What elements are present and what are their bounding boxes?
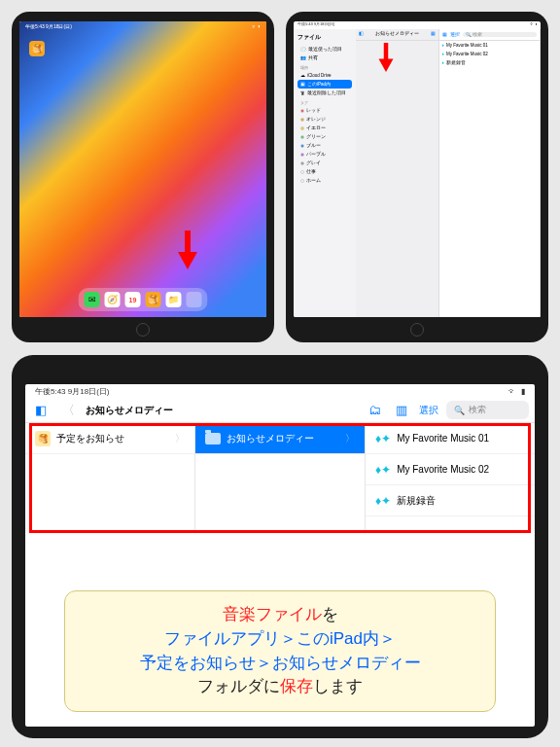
ipad-large-frame: 午後5:43 9月18日(日) ᯤ▮ ◧ 〈 お知らせメロディー 🗂 ▥ 選択 … xyxy=(12,355,548,738)
ipad-files-frame: 午後5:43 9月18日(日)ᯤ ▮ ファイル 🕘最近使った項目 👥共有 場所 … xyxy=(286,12,548,342)
dock-extra[interactable] xyxy=(187,292,202,307)
ipad-homescreen-frame: 午後5:43 9月18日(日) ᯤ ▮ 🥞 ✉︎ 🧭 19 🥞 📁 xyxy=(12,12,274,342)
view-mode-icon[interactable]: ▥ xyxy=(392,403,411,417)
tag-item[interactable]: ホーム xyxy=(298,176,352,185)
app-pancake[interactable]: 🥞 xyxy=(29,41,45,56)
sidebar-on-ipad[interactable]: ▣このiPad内 xyxy=(298,80,352,89)
dock-files[interactable]: 📁 xyxy=(166,292,182,307)
sidebar-shared[interactable]: 👥共有 xyxy=(298,53,352,62)
back-icon[interactable]: 〈 xyxy=(58,402,78,419)
dock: ✉︎ 🧭 19 🥞 📁 xyxy=(79,288,208,311)
status-time: 午後5:43 9月18日(日) xyxy=(35,386,109,397)
tag-item[interactable]: グレイ xyxy=(298,159,352,167)
sidebar-toggle-icon[interactable]: ◧ xyxy=(31,403,51,417)
tag-item[interactable]: 仕事 xyxy=(298,167,352,176)
tag-item[interactable]: ブルー xyxy=(298,141,352,150)
highlight-box xyxy=(29,423,531,533)
status-bar: 午後5:43 9月18日(日)ᯤ ▮ xyxy=(294,21,541,29)
dock-calendar[interactable]: 19 xyxy=(125,292,141,307)
files-sidebar: ファイル 🕘最近使った項目 👥共有 場所 ☁︎iCloud Drive ▣このi… xyxy=(294,29,356,317)
red-arrow-down-icon xyxy=(378,43,394,72)
column-files: ▦選択🔍 検索 ♦My Favorite Music 01♦My Favorit… xyxy=(439,29,541,317)
ipad-large-screen: 午後5:43 9月18日(日) ᯤ▮ ◧ 〈 お知らせメロディー 🗂 ▥ 選択 … xyxy=(25,384,535,727)
sidebar-icloud[interactable]: ☁︎iCloud Drive xyxy=(298,71,352,80)
file-item[interactable]: ♦My Favorite Music 02 xyxy=(439,50,540,58)
tag-item[interactable]: パープル xyxy=(298,150,352,159)
homescreen-wallpaper: 午後5:43 9月18日(日) ᯤ ▮ 🥞 ✉︎ 🧭 19 🥞 📁 xyxy=(19,21,266,317)
status-bar: 午後5:43 9月18日(日) ᯤ ▮ xyxy=(19,23,266,29)
callout-line-3: 予定をお知らせ＞お知らせメロディー xyxy=(73,652,487,676)
status-right: ᯤ▮ xyxy=(508,387,525,396)
column-folders: ◧お知らせメロディー▦ xyxy=(356,29,439,317)
search-placeholder: 検索 xyxy=(469,404,486,416)
wifi-icon: ᯤ xyxy=(508,387,516,396)
sidebar-title: ファイル xyxy=(298,33,352,42)
callout-line-4: フォルダに保存します xyxy=(73,675,487,699)
toolbar: ◧ 〈 お知らせメロディー 🗂 ▥ 選択 🔍検索 xyxy=(25,398,535,423)
dock-safari[interactable]: 🧭 xyxy=(105,292,121,307)
sidebar-recent[interactable]: 🕘最近使った項目 xyxy=(298,45,352,53)
ipad-files-screen: 午後5:43 9月18日(日)ᯤ ▮ ファイル 🕘最近使った項目 👥共有 場所 … xyxy=(294,21,541,317)
file-item[interactable]: ♦新規録音 xyxy=(439,58,540,67)
battery-icon: ▮ xyxy=(521,387,525,396)
home-button-icon[interactable] xyxy=(136,323,150,337)
tag-item[interactable]: オレンジ xyxy=(298,115,352,124)
footer-count: 1項目 xyxy=(439,310,541,315)
breadcrumb-title: お知らせメロディー xyxy=(86,404,173,417)
status-bar: 午後5:43 9月18日(日) ᯤ▮ xyxy=(25,384,535,398)
search-input[interactable]: 🔍検索 xyxy=(446,401,529,419)
tags-header: タグ xyxy=(298,100,352,105)
select-button[interactable]: 選択 xyxy=(419,404,438,417)
tag-item[interactable]: イエロー xyxy=(298,124,352,132)
dock-messages[interactable]: ✉︎ xyxy=(85,292,100,307)
locations-header: 場所 xyxy=(298,65,352,70)
file-item[interactable]: ♦My Favorite Music 01 xyxy=(439,41,540,50)
instruction-callout: 音楽ファイルを ファイルアプリ＞このiPad内＞ 予定をお知らせ＞お知らせメロデ… xyxy=(64,590,496,712)
status-icons: ᯤ ▮ xyxy=(252,23,261,29)
sidebar-deleted[interactable]: 🗑最近削除した項目 xyxy=(298,89,352,97)
new-folder-icon[interactable]: 🗂 xyxy=(365,403,384,417)
callout-line-1: 音楽ファイルを xyxy=(73,603,487,627)
home-apps-row: 🥞 xyxy=(29,41,45,56)
files-app-small: 午後5:43 9月18日(日)ᯤ ▮ ファイル 🕘最近使った項目 👥共有 場所 … xyxy=(294,21,541,317)
status-time: 午後5:43 9月18日(日) xyxy=(25,23,72,29)
tag-item[interactable]: レッド xyxy=(298,106,352,115)
red-arrow-down-icon xyxy=(177,231,198,269)
dock-pancake[interactable]: 🥞 xyxy=(146,292,161,307)
search-icon: 🔍 xyxy=(454,406,465,415)
home-button-icon[interactable] xyxy=(410,323,424,337)
ipad-homescreen: 午後5:43 9月18日(日) ᯤ ▮ 🥞 ✉︎ 🧭 19 🥞 📁 xyxy=(19,21,266,317)
tag-item[interactable]: グリーン xyxy=(298,132,352,141)
files-columns: ◧お知らせメロディー▦ ▦選択🔍 検索 ♦My Favorite Music 0… xyxy=(356,29,541,317)
callout-line-2: ファイルアプリ＞このiPad内＞ xyxy=(73,627,487,652)
